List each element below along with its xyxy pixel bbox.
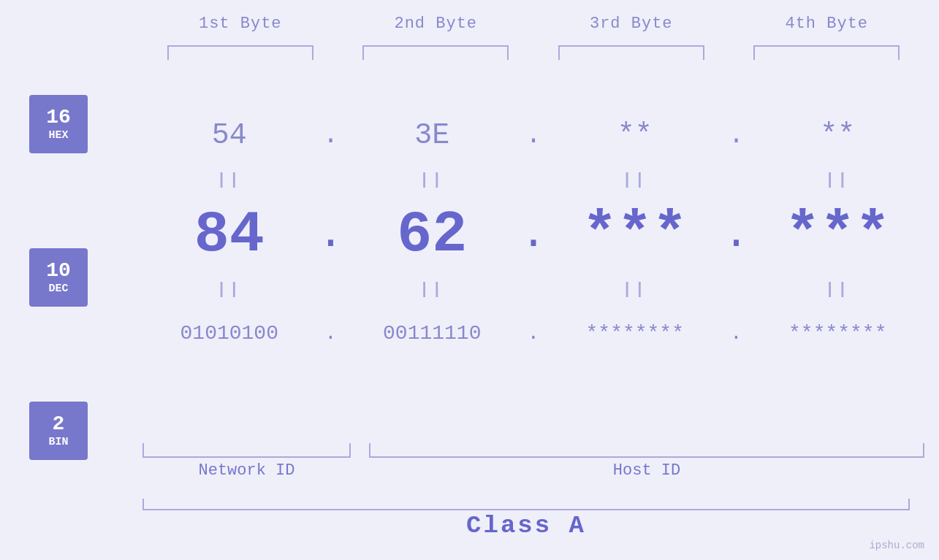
hex-name: HEX [48,129,68,142]
hex-val-4: ** [820,119,855,152]
host-bracket [369,443,924,458]
bin-dot-2: . [519,322,548,345]
top-bracket-4 [729,45,925,60]
hex-cell-3: ** [548,119,722,152]
content-area: 54 . 3E . ** . ** || || || || [142,62,924,358]
equals-row-1: || || || || [142,169,924,191]
bin-cell-2: 00111110 [346,322,520,345]
hex-dot-3: . [722,120,751,150]
hex-cell-4: ** [751,119,925,152]
equals-row-2: || || || || [142,278,924,300]
base-badges: 16 HEX 10 DEC 2 BIN [29,95,88,460]
dec-cell-4: *** [751,202,925,268]
big-bracket [142,499,910,510]
host-id-label: Host ID [369,461,924,480]
dec-num: 10 [46,260,71,283]
bin-cell-1: 01010100 [142,322,316,345]
top-brackets [142,45,924,60]
class-label: Class A [142,512,910,540]
hex-num: 16 [46,107,71,129]
top-bracket-3 [533,45,729,60]
bin-cell-3: ******** [548,322,722,345]
bin-badge: 2 BIN [29,402,88,460]
hex-val-2: 3E [414,119,449,152]
byte-label-1: 1st Byte [142,15,338,33]
eq-2: || [346,171,520,189]
dec-row: 84 . 62 . *** . *** [142,198,924,271]
eq2-1: || [142,280,316,299]
dec-val-4: *** [785,202,890,268]
dec-dot-3: . [722,210,751,259]
hex-badge: 16 HEX [29,95,88,153]
top-bracket-1 [142,45,338,60]
dec-cell-1: 84 [142,202,316,268]
dec-val-3: *** [582,202,688,268]
watermark: ipshu.com [869,540,924,551]
hex-dot-1: . [316,120,346,150]
hex-cell-1: 54 [142,119,316,152]
bin-dot-3: . [722,322,751,345]
eq2-3: || [548,280,722,299]
hex-cell-2: 3E [346,119,520,152]
dec-val-1: 84 [194,202,265,268]
byte-labels: 1st Byte 2nd Byte 3rd Byte 4th Byte [142,15,924,33]
bin-dot-1: . [316,322,346,345]
network-bracket [142,443,351,458]
eq2-4: || [751,280,925,299]
hex-dot-2: . [519,120,548,150]
dec-badge: 10 DEC [29,248,88,307]
bin-name: BIN [48,436,68,448]
dec-cell-2: 62 [346,202,520,268]
eq-1: || [142,171,316,189]
byte-label-3: 3rd Byte [533,15,729,33]
dec-val-2: 62 [397,202,467,268]
eq2-2: || [346,280,520,299]
bin-val-1: 01010100 [180,322,278,345]
byte-label-2: 2nd Byte [338,15,534,33]
dec-dot-1: . [316,210,346,259]
bin-num: 2 [53,413,65,436]
eq-4: || [751,171,925,189]
dec-cell-3: *** [548,202,722,268]
hex-val-3: ** [617,119,653,152]
bin-val-3: ******** [586,322,684,345]
hex-row: 54 . 3E . ** . ** [142,106,924,164]
dec-name: DEC [48,283,68,295]
bottom-brackets [142,443,924,458]
top-bracket-2 [338,45,534,60]
bin-cell-4: ******** [751,322,925,345]
bin-val-4: ******** [788,322,886,345]
bin-row: 01010100 . 00111110 . ******** . *******… [142,307,924,358]
byte-label-4: 4th Byte [729,15,925,33]
id-labels: Network ID Host ID [142,461,924,480]
bin-val-2: 00111110 [383,322,481,345]
hex-val-1: 54 [212,119,247,152]
network-id-label: Network ID [142,461,351,480]
dec-dot-2: . [519,210,548,259]
eq-3: || [548,171,722,189]
page: 1st Byte 2nd Byte 3rd Byte 4th Byte 16 H… [0,0,939,560]
